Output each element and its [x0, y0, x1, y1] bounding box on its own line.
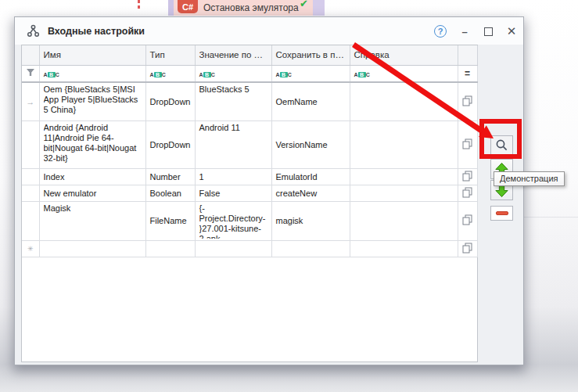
cell-type[interactable]: DropDown	[145, 82, 195, 120]
header-buttons	[458, 45, 477, 65]
help-icon: ?	[434, 25, 447, 38]
minus-icon	[496, 211, 508, 215]
cell-name[interactable]	[39, 240, 145, 257]
cell-name[interactable]: Index	[39, 168, 145, 185]
table-row: → Oem {BlueStacks 5|MSI App Player 5|Blu…	[22, 82, 477, 120]
dialog-title: Входные настройки	[48, 26, 145, 37]
help-button[interactable]: ?	[432, 23, 449, 39]
cell-variable[interactable]: magisk	[271, 201, 350, 240]
filter-funnel-icon[interactable]	[22, 65, 39, 82]
cell-help[interactable]	[350, 185, 458, 201]
cell-name[interactable]: Magisk	[39, 201, 145, 240]
header-indicator	[22, 45, 39, 65]
copy-icon	[462, 214, 472, 225]
cell-help[interactable]	[350, 240, 458, 257]
header-help[interactable]: Справка	[350, 45, 458, 65]
copy-icon	[462, 187, 472, 198]
copy-row-button[interactable]	[458, 168, 477, 185]
cell-default[interactable]: BlueStacks 5	[195, 82, 271, 120]
cell-type[interactable]: FileName	[145, 201, 195, 240]
workflow-branch-icon	[27, 24, 40, 38]
filter-input-variable[interactable]: ABC	[271, 65, 350, 82]
stop-emulator-node[interactable]: C# Остановка эмулятора	[174, 0, 313, 16]
maximize-icon	[484, 27, 493, 36]
minimize-button[interactable]: –	[456, 23, 473, 39]
maximize-button[interactable]	[479, 23, 497, 39]
minimize-icon: –	[461, 26, 467, 38]
header-type[interactable]: Тип	[145, 45, 195, 65]
cell-variable[interactable]	[271, 240, 350, 257]
copy-icon	[462, 95, 472, 106]
filter-input-default[interactable]: ABC	[195, 65, 271, 82]
cell-name[interactable]: Android {Android 11|Android Pie 64-bit|N…	[39, 120, 145, 168]
input-settings-dialog: Входные настройки ? – ✕ Имя Тип Значение…	[14, 16, 524, 365]
copy-row-button[interactable]	[458, 185, 477, 201]
filter-equals-icon[interactable]: =	[458, 65, 477, 82]
copy-row-button[interactable]	[458, 201, 477, 240]
header-variable[interactable]: Сохранить в пер...	[271, 45, 350, 65]
cell-variable[interactable]: OemName	[271, 82, 350, 120]
dashed-connector-line	[138, 0, 140, 9]
copy-icon	[462, 171, 472, 182]
filter-input-help[interactable]: ABC	[350, 65, 458, 82]
parameters-grid: Имя Тип Значение по ум... Сохранить в пе…	[21, 45, 478, 362]
remove-row-button[interactable]	[490, 206, 513, 221]
demo-tooltip: Демонстрация	[494, 171, 565, 186]
cell-help[interactable]	[350, 82, 458, 120]
cell-default[interactable]: {-Project.Directory-}27.001-kitsune-2.ap…	[195, 201, 271, 240]
copy-icon	[462, 243, 472, 254]
cell-type[interactable]: Number	[145, 168, 195, 185]
csharp-badge: C#	[178, 0, 198, 13]
table-row: Magisk FileName {-Project.Directory-}27.…	[22, 201, 477, 240]
current-row-marker: →	[22, 82, 39, 120]
grid-filter-row: ABC ABC ABC ABC ABC =	[22, 65, 477, 82]
cell-name[interactable]: Oem {BlueStacks 5|MSI App Player 5|BlueS…	[39, 82, 145, 120]
copy-row-button[interactable]	[458, 120, 477, 168]
header-default[interactable]: Значение по ум...	[195, 45, 271, 65]
filter-input-type[interactable]: ABC	[145, 65, 195, 82]
cell-help[interactable]	[350, 201, 458, 240]
connector-strip-left	[168, 0, 174, 16]
cell-type[interactable]: Boolean	[145, 185, 195, 201]
background-grid-line	[524, 217, 578, 218]
cell-variable[interactable]: EmulatorId	[271, 168, 350, 185]
new-row[interactable]: ✳	[22, 240, 477, 257]
table-row: Android {Android 11|Android Pie 64-bit|N…	[22, 120, 477, 168]
cell-variable[interactable]: createNew	[271, 185, 350, 201]
copy-row-button[interactable]	[458, 240, 477, 257]
node-success-check-icon: ✔	[300, 0, 308, 9]
table-row: Index Number 1 EmulatorId	[22, 168, 477, 185]
close-button[interactable]: ✕	[503, 23, 520, 39]
annotation-highlight-rectangle	[479, 119, 522, 159]
filter-input-name[interactable]: ABC	[39, 65, 145, 82]
node-label: Остановка эмулятора	[203, 2, 299, 13]
copy-icon	[462, 138, 472, 149]
new-row-marker: ✳	[22, 240, 39, 257]
cell-help[interactable]	[350, 120, 458, 168]
copy-row-button[interactable]	[458, 82, 477, 120]
cell-help[interactable]	[350, 168, 458, 185]
cell-type[interactable]: DropDown	[145, 120, 195, 168]
grid-header-row: Имя Тип Значение по ум... Сохранить в пе…	[22, 45, 477, 65]
cell-default[interactable]: Android 11	[195, 120, 271, 168]
cell-variable[interactable]: VersionName	[271, 120, 350, 168]
cell-name[interactable]: New emulator	[39, 185, 145, 201]
header-name[interactable]: Имя	[39, 45, 145, 65]
close-icon: ✕	[507, 24, 517, 38]
table-row: New emulator Boolean False createNew	[22, 185, 477, 201]
cell-default[interactable]: False	[195, 185, 271, 201]
cell-default[interactable]	[195, 240, 271, 257]
connector-strip-right	[313, 0, 325, 16]
cell-type[interactable]	[145, 240, 195, 257]
cell-default[interactable]: 1	[195, 168, 271, 185]
